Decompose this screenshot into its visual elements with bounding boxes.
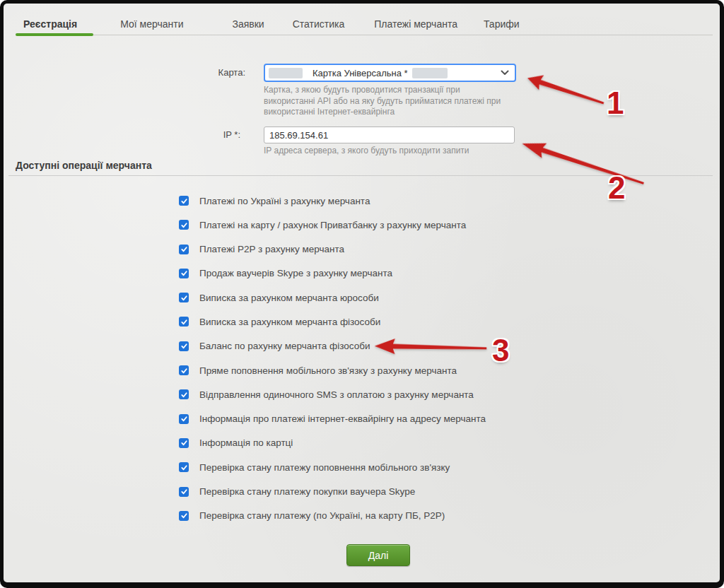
operation-label: Відправлення одиночного SMS з оплатою з … (199, 389, 474, 400)
operation-label: Перевірка стану платежу поповнення мобіл… (199, 462, 450, 473)
ip-input[interactable] (264, 127, 515, 143)
active-tab-underline (16, 33, 93, 36)
operation-checkbox[interactable] (179, 196, 189, 206)
tab-requests[interactable]: Заявки (232, 18, 264, 30)
tab-tariffs[interactable]: Тарифи (484, 18, 520, 30)
checkmark-icon (180, 294, 188, 302)
operation-checkbox[interactable] (179, 414, 189, 424)
annotation-number-2: 2 (608, 172, 625, 204)
card-field-label: Карта: (170, 67, 245, 78)
checkmark-icon (180, 391, 188, 399)
operations-list: Платежі по Україні з рахунку мерчанта Пл… (179, 196, 486, 535)
tab-bar-divider (16, 35, 713, 35)
section-title: Доступні операції мерчанта (16, 160, 152, 171)
tab-my-merchants[interactable]: Мої мерчанти (120, 18, 183, 30)
annotation-arrow-1 (524, 69, 607, 112)
annotation-number-3: 3 (492, 335, 509, 366)
operation-row[interactable]: Відправлення одиночного SMS з оплатою з … (179, 389, 486, 399)
window-frame: Реєстрація Мої мерчанти Заявки Статистик… (0, 0, 724, 588)
operation-checkbox[interactable] (179, 365, 189, 375)
operation-checkbox[interactable] (179, 462, 189, 472)
card-select[interactable]: Картка Універсальна * (264, 64, 516, 82)
annotation-arrow-2 (518, 134, 648, 192)
operation-checkbox[interactable] (179, 438, 189, 448)
ip-help-text: IP адреса сервера, з якого будуть приход… (264, 146, 547, 157)
operation-label: Інформація про платежі інтернет-еквайрін… (199, 413, 486, 424)
operation-label: Виписка за рахунком мерчанта юрособи (199, 293, 379, 303)
checkmark-icon (180, 464, 188, 471)
ip-field-label: IP *: (170, 129, 240, 140)
checkmark-icon (180, 221, 188, 229)
redacted-card-block (269, 68, 303, 78)
card-help-text: Картка, з якою будуть проводитися транза… (264, 85, 510, 118)
tab-merchant-payments[interactable]: Платежі мерчанта (374, 18, 457, 30)
operation-row[interactable]: Перевірка стану платежу покупки ваучера … (179, 487, 486, 497)
operation-checkbox[interactable] (179, 220, 189, 230)
operation-row[interactable]: Платежі P2P з рахунку мерчанта (179, 245, 486, 254)
checkmark-icon (180, 269, 188, 277)
operation-label: Баланс по рахунку мерчанта фізособи (199, 341, 370, 351)
operation-row[interactable]: Перевірка стану платежу (по Україні, на … (179, 511, 486, 521)
operation-row[interactable]: Інформація по картці (179, 438, 486, 448)
tab-bar: Реєстрація Мої мерчанти Заявки Статистик… (23, 18, 520, 30)
tab-registration[interactable]: Реєстрація (23, 18, 77, 30)
operation-label: Інформація по картці (199, 437, 293, 448)
checkmark-icon (180, 342, 188, 350)
annotation-arrow-3 (373, 337, 488, 358)
operation-label: Продаж ваучерів Skype з рахунку мерчанта (199, 268, 392, 278)
operation-label: Перевірка стану платежу покупки ваучера … (199, 486, 415, 497)
operation-row[interactable]: Інформація про платежі інтернет-еквайрін… (179, 414, 486, 424)
operation-label: Пряме поповнення мобільного зв'язку з ра… (199, 365, 457, 376)
operation-label: Перевірка стану платежу (по Україні, на … (199, 510, 445, 521)
operation-row[interactable]: Продаж ваучерів Skype з рахунку мерчанта (179, 269, 486, 278)
checkmark-icon (180, 318, 188, 326)
operation-checkbox[interactable] (179, 389, 189, 399)
checkmark-icon (180, 439, 188, 447)
checkmark-icon (180, 488, 188, 495)
checkmark-icon (180, 197, 188, 205)
checkmark-icon (180, 367, 188, 375)
operation-checkbox[interactable] (179, 317, 189, 327)
checkmark-icon (180, 245, 188, 253)
operation-label: Виписка за рахунком мерчанта фізособи (199, 317, 380, 327)
next-button[interactable]: Далі (346, 544, 410, 566)
operation-label: Платежі по Україні з рахунку мерчанта (199, 196, 370, 206)
checkmark-icon (180, 415, 188, 423)
operation-row[interactable]: Перевірка стану платежу поповнення мобіл… (179, 462, 486, 472)
checkmark-icon (180, 512, 188, 519)
tab-statistics[interactable]: Статистика (293, 18, 345, 30)
operation-row[interactable]: Виписка за рахунком мерчанта юрособи (179, 293, 486, 302)
redacted-card-number (412, 68, 448, 78)
operation-label: Платежі P2P з рахунку мерчанта (199, 244, 344, 254)
operation-row[interactable]: Платежі на карту / рахунок Приватбанку з… (179, 220, 486, 230)
operation-checkbox[interactable] (179, 341, 189, 351)
card-select-value: Картка Універсальна * (313, 68, 408, 78)
operation-label: Платежі на карту / рахунок Приватбанку з… (199, 220, 466, 230)
operation-checkbox[interactable] (179, 511, 189, 521)
operation-checkbox[interactable] (179, 293, 189, 302)
operation-row[interactable]: Пряме поповнення мобільного зв'язку з ра… (179, 365, 486, 375)
operation-row[interactable]: Виписка за рахунком мерчанта фізособи (179, 317, 486, 327)
chevron-down-icon (501, 70, 509, 76)
annotation-number-1: 1 (607, 88, 624, 119)
operation-checkbox[interactable] (179, 245, 189, 254)
operation-row[interactable]: Платежі по Україні з рахунку мерчанта (179, 196, 486, 206)
operation-checkbox[interactable] (179, 269, 189, 278)
operation-checkbox[interactable] (179, 487, 189, 497)
